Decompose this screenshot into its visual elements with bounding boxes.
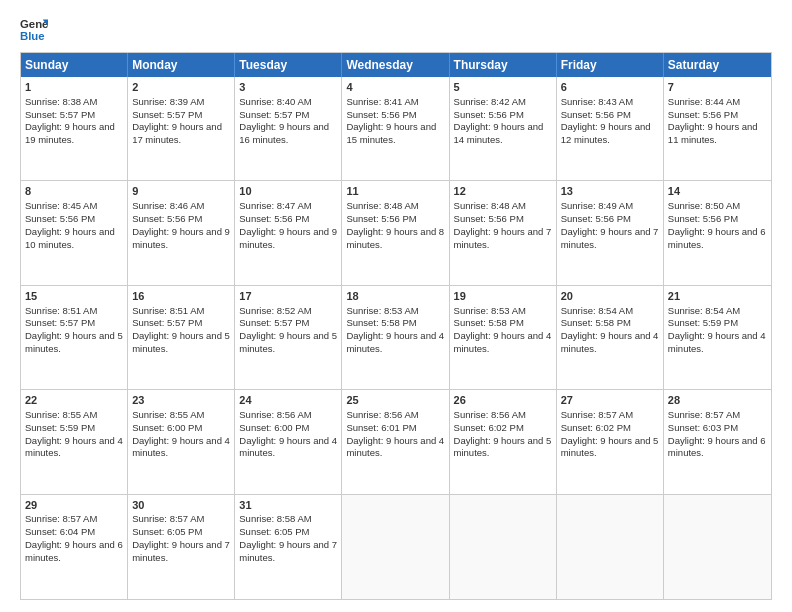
day-number: 19	[454, 289, 552, 304]
sunrise: Sunrise: 8:55 AM	[132, 409, 204, 420]
cal-cell: 31Sunrise: 8:58 AMSunset: 6:05 PMDayligh…	[235, 495, 342, 599]
daylight: Daylight: 9 hours and 5 minutes.	[561, 435, 659, 459]
cal-cell: 21Sunrise: 8:54 AMSunset: 5:59 PMDayligh…	[664, 286, 771, 389]
cal-cell: 24Sunrise: 8:56 AMSunset: 6:00 PMDayligh…	[235, 390, 342, 493]
day-number: 13	[561, 184, 659, 199]
cal-cell: 19Sunrise: 8:53 AMSunset: 5:58 PMDayligh…	[450, 286, 557, 389]
sunrise: Sunrise: 8:39 AM	[132, 96, 204, 107]
sunset: Sunset: 5:57 PM	[239, 109, 309, 120]
cal-cell: 7Sunrise: 8:44 AMSunset: 5:56 PMDaylight…	[664, 77, 771, 180]
cal-cell: 29Sunrise: 8:57 AMSunset: 6:04 PMDayligh…	[21, 495, 128, 599]
sunset: Sunset: 6:04 PM	[25, 526, 95, 537]
day-number: 10	[239, 184, 337, 199]
daylight: Daylight: 9 hours and 4 minutes.	[25, 435, 123, 459]
day-number: 24	[239, 393, 337, 408]
header-cell-friday: Friday	[557, 53, 664, 77]
header-cell-wednesday: Wednesday	[342, 53, 449, 77]
week-1: 1Sunrise: 8:38 AMSunset: 5:57 PMDaylight…	[21, 77, 771, 181]
sunrise: Sunrise: 8:56 AM	[346, 409, 418, 420]
sunset: Sunset: 5:59 PM	[25, 422, 95, 433]
week-3: 15Sunrise: 8:51 AMSunset: 5:57 PMDayligh…	[21, 286, 771, 390]
sunrise: Sunrise: 8:57 AM	[561, 409, 633, 420]
cal-cell: 1Sunrise: 8:38 AMSunset: 5:57 PMDaylight…	[21, 77, 128, 180]
daylight: Daylight: 9 hours and 10 minutes.	[25, 226, 115, 250]
calendar-header: SundayMondayTuesdayWednesdayThursdayFrid…	[21, 53, 771, 77]
daylight: Daylight: 9 hours and 4 minutes.	[346, 330, 444, 354]
day-number: 14	[668, 184, 767, 199]
sunrise: Sunrise: 8:48 AM	[346, 200, 418, 211]
header-cell-sunday: Sunday	[21, 53, 128, 77]
header-cell-saturday: Saturday	[664, 53, 771, 77]
sunrise: Sunrise: 8:45 AM	[25, 200, 97, 211]
sunset: Sunset: 5:57 PM	[239, 317, 309, 328]
sunset: Sunset: 5:56 PM	[668, 213, 738, 224]
cal-cell: 30Sunrise: 8:57 AMSunset: 6:05 PMDayligh…	[128, 495, 235, 599]
daylight: Daylight: 9 hours and 14 minutes.	[454, 121, 544, 145]
sunset: Sunset: 6:02 PM	[561, 422, 631, 433]
daylight: Daylight: 9 hours and 11 minutes.	[668, 121, 758, 145]
cal-cell: 17Sunrise: 8:52 AMSunset: 5:57 PMDayligh…	[235, 286, 342, 389]
day-number: 12	[454, 184, 552, 199]
day-number: 16	[132, 289, 230, 304]
daylight: Daylight: 9 hours and 12 minutes.	[561, 121, 651, 145]
cal-cell: 18Sunrise: 8:53 AMSunset: 5:58 PMDayligh…	[342, 286, 449, 389]
day-number: 8	[25, 184, 123, 199]
sunset: Sunset: 6:01 PM	[346, 422, 416, 433]
sunrise: Sunrise: 8:50 AM	[668, 200, 740, 211]
cal-cell: 23Sunrise: 8:55 AMSunset: 6:00 PMDayligh…	[128, 390, 235, 493]
day-number: 18	[346, 289, 444, 304]
sunset: Sunset: 6:05 PM	[239, 526, 309, 537]
cal-cell: 13Sunrise: 8:49 AMSunset: 5:56 PMDayligh…	[557, 181, 664, 284]
cal-cell: 20Sunrise: 8:54 AMSunset: 5:58 PMDayligh…	[557, 286, 664, 389]
cal-cell: 12Sunrise: 8:48 AMSunset: 5:56 PMDayligh…	[450, 181, 557, 284]
cal-cell: 16Sunrise: 8:51 AMSunset: 5:57 PMDayligh…	[128, 286, 235, 389]
day-number: 21	[668, 289, 767, 304]
sunset: Sunset: 5:56 PM	[239, 213, 309, 224]
sunrise: Sunrise: 8:40 AM	[239, 96, 311, 107]
sunrise: Sunrise: 8:57 AM	[132, 513, 204, 524]
cal-cell: 2Sunrise: 8:39 AMSunset: 5:57 PMDaylight…	[128, 77, 235, 180]
daylight: Daylight: 9 hours and 7 minutes.	[454, 226, 552, 250]
week-4: 22Sunrise: 8:55 AMSunset: 5:59 PMDayligh…	[21, 390, 771, 494]
daylight: Daylight: 9 hours and 4 minutes.	[668, 330, 766, 354]
sunrise: Sunrise: 8:38 AM	[25, 96, 97, 107]
week-5: 29Sunrise: 8:57 AMSunset: 6:04 PMDayligh…	[21, 495, 771, 599]
day-number: 26	[454, 393, 552, 408]
cal-cell: 27Sunrise: 8:57 AMSunset: 6:02 PMDayligh…	[557, 390, 664, 493]
day-number: 23	[132, 393, 230, 408]
daylight: Daylight: 9 hours and 9 minutes.	[132, 226, 230, 250]
daylight: Daylight: 9 hours and 6 minutes.	[668, 226, 766, 250]
daylight: Daylight: 9 hours and 5 minutes.	[25, 330, 123, 354]
cal-cell: 11Sunrise: 8:48 AMSunset: 5:56 PMDayligh…	[342, 181, 449, 284]
sunset: Sunset: 5:58 PM	[561, 317, 631, 328]
day-number: 20	[561, 289, 659, 304]
logo-icon: General Blue	[20, 16, 48, 44]
sunrise: Sunrise: 8:51 AM	[132, 305, 204, 316]
sunset: Sunset: 5:58 PM	[346, 317, 416, 328]
day-number: 1	[25, 80, 123, 95]
day-number: 31	[239, 498, 337, 513]
day-number: 5	[454, 80, 552, 95]
cal-cell: 14Sunrise: 8:50 AMSunset: 5:56 PMDayligh…	[664, 181, 771, 284]
daylight: Daylight: 9 hours and 8 minutes.	[346, 226, 444, 250]
cal-cell: 10Sunrise: 8:47 AMSunset: 5:56 PMDayligh…	[235, 181, 342, 284]
calendar: SundayMondayTuesdayWednesdayThursdayFrid…	[20, 52, 772, 600]
sunrise: Sunrise: 8:44 AM	[668, 96, 740, 107]
daylight: Daylight: 9 hours and 5 minutes.	[454, 435, 552, 459]
sunrise: Sunrise: 8:41 AM	[346, 96, 418, 107]
sunset: Sunset: 5:57 PM	[25, 109, 95, 120]
cal-cell	[664, 495, 771, 599]
sunset: Sunset: 5:57 PM	[132, 109, 202, 120]
daylight: Daylight: 9 hours and 9 minutes.	[239, 226, 337, 250]
day-number: 9	[132, 184, 230, 199]
day-number: 30	[132, 498, 230, 513]
daylight: Daylight: 9 hours and 5 minutes.	[132, 330, 230, 354]
sunset: Sunset: 6:03 PM	[668, 422, 738, 433]
daylight: Daylight: 9 hours and 17 minutes.	[132, 121, 222, 145]
daylight: Daylight: 9 hours and 7 minutes.	[561, 226, 659, 250]
sunrise: Sunrise: 8:43 AM	[561, 96, 633, 107]
cal-cell: 6Sunrise: 8:43 AMSunset: 5:56 PMDaylight…	[557, 77, 664, 180]
sunrise: Sunrise: 8:53 AM	[454, 305, 526, 316]
day-number: 22	[25, 393, 123, 408]
sunrise: Sunrise: 8:57 AM	[25, 513, 97, 524]
